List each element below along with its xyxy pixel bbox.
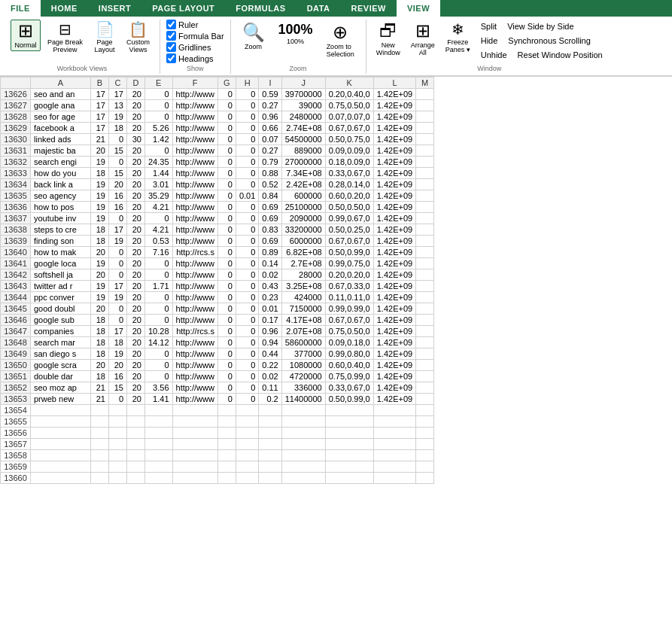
cell-k[interactable] (325, 450, 373, 461)
row-number[interactable]: 13651 (1, 371, 31, 382)
cell-m[interactable] (416, 179, 434, 190)
cell-b[interactable]: 19 (91, 179, 109, 190)
cell-e[interactable]: 24.35 (145, 157, 173, 168)
cell-j[interactable]: 889000 (281, 145, 325, 157)
cell-a[interactable]: softshell ja (31, 269, 91, 281)
cell-k[interactable]: 0.99,0.67,0 (325, 213, 373, 224)
page-break-button[interactable]: ⊟ Page BreakPreview (44, 20, 87, 56)
page-layout-button[interactable]: 📄 PageLayout (90, 20, 120, 56)
cell-h[interactable]: 0 (236, 292, 258, 303)
cell-l[interactable]: 1.42E+09 (373, 202, 415, 213)
cell-b[interactable]: 17 (91, 100, 109, 111)
cell-l[interactable]: 1.42E+09 (373, 394, 415, 405)
cell-d[interactable]: 20 (127, 213, 145, 224)
cell-e[interactable]: 1.44 (145, 168, 173, 179)
cell-l[interactable]: 1.42E+09 (373, 303, 415, 315)
row-number[interactable]: 13647 (1, 326, 31, 337)
cell-m[interactable] (416, 281, 434, 292)
cell-a[interactable]: facebook a (31, 123, 91, 134)
cell-f[interactable]: http://www (172, 111, 217, 123)
cell-a[interactable] (31, 405, 91, 416)
table-row[interactable]: 13643twitter ad r1917201.71http://www000… (1, 281, 434, 292)
cell-d[interactable]: 20 (127, 371, 145, 382)
cell-d[interactable]: 20 (127, 100, 145, 111)
row-number[interactable]: 13658 (1, 450, 31, 461)
cell-i[interactable]: 0.43 (259, 281, 281, 292)
cell-h[interactable]: 0 (236, 315, 258, 326)
cell-g[interactable]: 0 (217, 202, 236, 213)
cell-a[interactable]: youtube inv (31, 213, 91, 224)
cell-k[interactable]: 0.60,0.40,0 (325, 360, 373, 371)
normal-button[interactable]: ⊞ Normal (11, 20, 41, 51)
cell-c[interactable]: 0 (109, 315, 127, 326)
cell-f[interactable]: http://www (172, 360, 217, 371)
cell-c[interactable]: 0 (109, 157, 127, 168)
table-row[interactable]: 13645good doubl200200http://www000.01715… (1, 303, 434, 315)
cell-e[interactable]: 3.56 (145, 382, 173, 394)
cell-i[interactable]: 0.52 (259, 179, 281, 190)
zoom-button[interactable]: 🔍 Zoom (237, 20, 270, 53)
cell-b[interactable]: 21 (91, 394, 109, 405)
headings-checkbox[interactable]: Headings (166, 53, 224, 63)
cell-c[interactable]: 19 (109, 348, 127, 360)
cell-l[interactable]: 1.42E+09 (373, 89, 415, 100)
cell-e[interactable]: 3.01 (145, 179, 173, 190)
cell-k[interactable]: 0.67,0.33,0 (325, 281, 373, 292)
cell-f[interactable]: http://www (172, 190, 217, 202)
cell-e[interactable] (145, 405, 173, 416)
cell-l[interactable]: 1.42E+09 (373, 371, 415, 382)
cell-d[interactable]: 20 (127, 168, 145, 179)
cell-i[interactable]: 0.66 (259, 123, 281, 134)
cell-j[interactable]: 27000000 (281, 157, 325, 168)
cell-f[interactable]: http://www (172, 371, 217, 382)
cell-d[interactable]: 20 (127, 382, 145, 394)
cell-j[interactable] (281, 439, 325, 450)
cell-j[interactable]: 6000000 (281, 236, 325, 247)
cell-e[interactable] (145, 416, 173, 428)
cell-c[interactable]: 19 (109, 292, 127, 303)
cell-e[interactable]: 10.28 (145, 326, 173, 337)
cell-c[interactable]: 18 (109, 337, 127, 348)
cell-e[interactable]: 1.41 (145, 394, 173, 405)
cell-j[interactable] (281, 405, 325, 416)
cell-m[interactable] (416, 348, 434, 360)
cell-h[interactable] (236, 461, 258, 473)
cell-d[interactable] (127, 450, 145, 461)
table-row[interactable]: 13642softshell ja200200http://www000.022… (1, 269, 434, 281)
cell-i[interactable] (259, 428, 281, 439)
cell-m[interactable] (416, 450, 434, 461)
cell-j[interactable]: 2.7E+08 (281, 258, 325, 269)
cell-g[interactable] (217, 405, 236, 416)
cell-d[interactable] (127, 439, 145, 450)
row-number[interactable]: 13626 (1, 89, 31, 100)
cell-m[interactable] (416, 236, 434, 247)
cell-f[interactable]: http://www (172, 303, 217, 315)
cell-l[interactable]: 1.42E+09 (373, 258, 415, 269)
cell-l[interactable] (373, 461, 415, 473)
cell-m[interactable] (416, 382, 434, 394)
cell-b[interactable]: 18 (91, 348, 109, 360)
cell-f[interactable]: http://www (172, 281, 217, 292)
cell-d[interactable]: 20 (127, 236, 145, 247)
cell-m[interactable] (416, 224, 434, 236)
custom-views-button[interactable]: 📋 CustomViews (123, 20, 154, 56)
cell-i[interactable]: 0.59 (259, 89, 281, 100)
cell-a[interactable] (31, 461, 91, 473)
table-row[interactable]: 13652seo moz ap2115203.56http://www000.1… (1, 382, 434, 394)
cell-k[interactable]: 0.50,0.99,0 (325, 394, 373, 405)
cell-a[interactable]: majestic ba (31, 145, 91, 157)
cell-g[interactable] (217, 450, 236, 461)
cell-c[interactable]: 19 (109, 111, 127, 123)
cell-i[interactable] (259, 473, 281, 484)
table-row[interactable]: 13639finding son1819200.53http://www000.… (1, 236, 434, 247)
hide-button[interactable]: Hide (477, 34, 502, 47)
cell-b[interactable]: 20 (91, 247, 109, 258)
cell-j[interactable]: 6.82E+08 (281, 247, 325, 258)
cell-a[interactable]: how do you (31, 168, 91, 179)
cell-b[interactable] (91, 461, 109, 473)
cell-h[interactable]: 0 (236, 247, 258, 258)
cell-i[interactable]: 0.79 (259, 157, 281, 168)
zoom-selection-button[interactable]: ⊕ Zoom toSelection (321, 20, 360, 60)
cell-b[interactable]: 18 (91, 326, 109, 337)
cell-c[interactable]: 15 (109, 145, 127, 157)
